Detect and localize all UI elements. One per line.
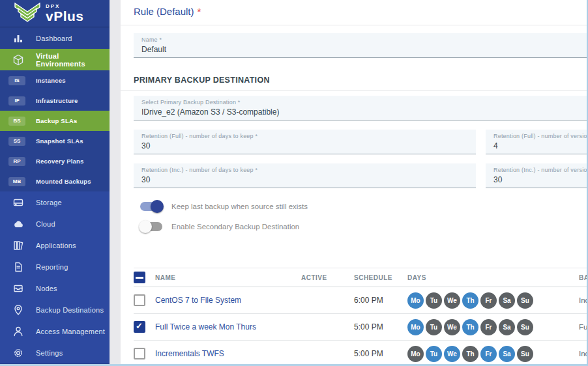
sidebar-item-label: Cloud [36, 220, 55, 228]
day-chip-su[interactable]: Su [517, 346, 533, 362]
page-title-text: Rule (Default) [134, 6, 194, 17]
day-chip-sa[interactable]: Sa [499, 292, 515, 309]
retention-full-days-label: Retention (Full) - number of days to kee… [141, 133, 476, 139]
retention-inc-versions-label: Retention (Inc.) - number of versions to… [493, 167, 587, 173]
sidebar-item-snapshot-slas[interactable]: SSSnapshot SLAs [0, 131, 110, 151]
day-chip-sa[interactable]: Sa [499, 319, 515, 335]
name-field[interactable]: Name * Default [134, 33, 587, 58]
nodes-icon [12, 282, 25, 295]
sidebar-item-virtual-environments[interactable]: Virtual Environments [0, 49, 110, 70]
instances-badge: IS [8, 76, 25, 85]
retention-inc-versions-field[interactable]: Retention (Inc.) - number of versions to… [486, 163, 587, 188]
content-gutter [110, 0, 121, 364]
sidebar-item-label: Snapshot SLAs [36, 137, 83, 145]
sidebar-item-storage[interactable]: Storage [0, 191, 110, 213]
infrastructure-badge: IF [8, 96, 25, 106]
sidebar-item-label: Applications [36, 242, 76, 249]
day-chip-th[interactable]: Th [462, 346, 478, 362]
sidebar-item-recovery-plans[interactable]: RPRecovery Plans [0, 151, 110, 171]
sidebar-item-access-management[interactable]: Access Management [0, 320, 110, 342]
sidebar-item-applications[interactable]: Applications [0, 234, 110, 256]
column-header-days: DAYS [407, 274, 579, 281]
retention-full-versions-value: 4 [493, 141, 587, 150]
title-divider [121, 25, 587, 25]
schedule-time: 5:00 PM [354, 349, 407, 358]
sidebar-item-mounted-backups[interactable]: MBMounted Backups [0, 171, 110, 191]
sidebar-item-backup-slas[interactable]: BSBackup SLAs [0, 111, 110, 131]
schedule-name-link[interactable]: Full Twice a week Mon Thurs [155, 322, 301, 331]
retention-full-versions-field[interactable]: Retention (Full) - number of versions to… [486, 130, 587, 154]
backup-slas-badge: BS [8, 117, 25, 126]
page-title: Rule (Default)* [134, 0, 587, 25]
days-chips: MoTuWeThFrSaSu [407, 346, 579, 362]
sidebar-item-settings[interactable]: Settings [0, 342, 110, 363]
row-checkbox[interactable] [134, 321, 145, 333]
day-chip-we[interactable]: We [444, 319, 460, 335]
day-chip-tu[interactable]: Tu [426, 346, 442, 362]
keep-last-backup-when-source-still-exists-toggle[interactable] [140, 202, 162, 211]
sidebar-item-instances[interactable]: ISInstances [0, 70, 110, 91]
day-chip-mo[interactable]: Mo [407, 346, 424, 362]
backup-type-cell: Full [579, 323, 587, 331]
sidebar-item-infrastructure[interactable]: IFInfrastructure [0, 91, 110, 111]
brand-logo[interactable]: DPX vPlus [0, 0, 110, 27]
destination-value: IDrive_e2 (Amazon S3 / S3-compatible) [141, 107, 587, 117]
sidebar-item-cloud[interactable]: Cloud [0, 213, 110, 234]
day-chip-su[interactable]: Su [517, 292, 533, 309]
day-chip-we[interactable]: We [444, 292, 460, 309]
name-field-value: Default [141, 45, 587, 54]
row-checkbox[interactable] [134, 294, 145, 306]
day-chip-mo[interactable]: Mo [407, 319, 424, 335]
storage-icon [12, 196, 25, 209]
sidebar-item-label: Virtual Environments [36, 52, 110, 68]
day-chip-th[interactable]: Th [462, 292, 478, 309]
pin-icon [12, 303, 25, 317]
retention-full-row: Retention (Full) - number of days to kee… [134, 130, 587, 154]
toggle-label: Keep last backup when source still exist… [171, 203, 308, 210]
day-chip-tu[interactable]: Tu [426, 319, 442, 335]
cube-icon [12, 53, 25, 66]
sidebar-item-label: Recovery Plans [36, 158, 84, 165]
day-chip-tu[interactable]: Tu [426, 292, 442, 309]
destination-label: Select Primary Backup Destination * [141, 99, 587, 106]
row-checkbox[interactable] [134, 348, 145, 359]
day-chip-th[interactable]: Th [462, 319, 478, 335]
sidebar-item-label: Infrastructure [36, 97, 78, 104]
day-chip-fr[interactable]: Fr [480, 319, 497, 335]
sidebar-item-label: Reporting [36, 263, 68, 271]
sidebar-item-dashboard[interactable]: Dashboard [0, 27, 110, 49]
section-divider [121, 90, 587, 91]
retention-inc-days-field[interactable]: Retention (Inc.) - number of days to kee… [134, 163, 476, 188]
sidebar-item-label: Instances [36, 77, 66, 84]
sidebar-item-reporting[interactable]: Reporting [0, 256, 110, 277]
enable-secondary-backup-destination-toggle[interactable] [140, 222, 162, 231]
sidebar-item-label: Backup SLAs [36, 117, 77, 124]
retention-inc-versions-value: 30 [493, 175, 587, 184]
app-window: DPX vPlus DashboardVirtual EnvironmentsI… [0, 0, 588, 366]
day-chip-sa[interactable]: Sa [499, 346, 515, 362]
column-header-schedule: SCHEDULE [354, 274, 407, 281]
mounted-backups-badge: MB [8, 177, 25, 186]
day-chip-fr[interactable]: Fr [480, 346, 497, 362]
sidebar-item-label: Mounted Backups [36, 178, 91, 185]
day-chip-su[interactable]: Su [517, 319, 533, 335]
day-chip-we[interactable]: We [444, 346, 460, 362]
day-chip-fr[interactable]: Fr [480, 292, 497, 309]
sidebar: DPX vPlus DashboardVirtual EnvironmentsI… [0, 0, 110, 364]
toggle-knob [151, 200, 164, 213]
schedule-name-link[interactable]: Incrementals TWFS [155, 349, 301, 358]
sidebar-item-nodes[interactable]: Nodes [0, 277, 110, 299]
schedule-name-link[interactable]: CentOS 7 to File System [155, 296, 301, 305]
day-chip-mo[interactable]: Mo [407, 292, 424, 309]
retention-full-days-field[interactable]: Retention (Full) - number of days to kee… [134, 130, 476, 154]
schedules-table: NAME ACTIVE SCHEDULE DAYS BACKUP TYPE Ce… [134, 268, 587, 364]
sidebar-item-backup-destinations[interactable]: Backup Destinations [0, 299, 110, 320]
select-all-checkbox[interactable] [134, 272, 145, 283]
backup-type-cell: Incremental [579, 296, 587, 304]
brand-text: DPX vPlus [46, 4, 84, 23]
primary-destination-select[interactable]: Select Primary Backup Destination * IDri… [134, 96, 587, 120]
sidebar-item-label: Storage [36, 199, 62, 206]
retention-inc-row: Retention (Inc.) - number of days to kee… [134, 163, 587, 188]
retention-full-days-value: 30 [141, 141, 476, 150]
table-header-row: NAME ACTIVE SCHEDULE DAYS BACKUP TYPE [134, 268, 587, 287]
